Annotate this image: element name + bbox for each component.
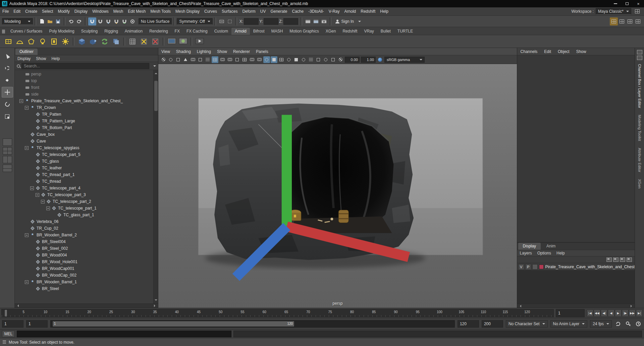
paint-select-tool-button[interactable]	[2, 75, 13, 85]
command-input-field[interactable]	[17, 331, 231, 337]
workspace-selector[interactable]: Maya Classic*	[596, 8, 631, 15]
outliner-item[interactable]: * BR_WoodCap001	[15, 265, 153, 272]
scroll-left-icon[interactable]	[16, 304, 19, 307]
layer-horizontal-scrollbar[interactable]	[517, 304, 635, 308]
grid-icon[interactable]	[212, 56, 218, 63]
shelf-tab[interactable]: Animation	[121, 28, 146, 35]
save-scene-icon[interactable]	[54, 17, 62, 25]
arnold-render-sequence-icon[interactable]	[194, 36, 205, 47]
menu-item[interactable]: Deform	[240, 7, 258, 15]
arnold-mesh-light-icon[interactable]	[26, 36, 37, 47]
outliner-item[interactable]: * Vertebra_06	[15, 218, 153, 225]
layer-color-swatch[interactable]	[539, 265, 544, 269]
menu-item[interactable]: Edit	[11, 7, 23, 15]
outliner-search-input[interactable]	[21, 63, 149, 69]
outliner-item[interactable]: * top	[15, 77, 153, 84]
playback-end-field[interactable]: 120	[458, 320, 479, 328]
outliner-menu-item[interactable]: Help	[49, 56, 62, 61]
viewport-menu-item[interactable]: Lighting	[194, 49, 214, 54]
time-slider-ticks[interactable]: 5101520253035404550556065707580859095100…	[1, 309, 554, 317]
command-language-button[interactable]: MEL	[2, 331, 15, 337]
shelf-tab[interactable]: FX Caching	[183, 28, 211, 35]
snap-to-points-icon[interactable]	[104, 17, 112, 25]
viewport-menu-item[interactable]: View	[158, 49, 173, 54]
outliner-item[interactable]: * TR_Pattern_Large	[15, 118, 153, 124]
scrollbar-thumb[interactable]	[154, 81, 158, 111]
view-transform-selector[interactable]: sRGB gamma	[384, 57, 425, 63]
create-empty-layer-icon[interactable]	[620, 257, 625, 262]
arnold-flush-texture-cache-icon[interactable]	[127, 36, 138, 47]
expand-collapse-icon[interactable]	[25, 106, 29, 110]
outliner-item[interactable]: * TC_leather	[15, 165, 153, 171]
shelf-tab[interactable]: Motion Graphics	[286, 28, 322, 35]
outliner-item[interactable]: * BR_Wooden_Barrel_1	[15, 279, 153, 285]
arnold-flush-skydome-cache-icon[interactable]	[139, 36, 149, 47]
wireframe-icon[interactable]	[263, 56, 270, 63]
new-scene-icon[interactable]	[38, 17, 46, 25]
close-button[interactable]: ×	[633, 0, 644, 7]
animation-start-field[interactable]: 1	[2, 320, 23, 328]
expand-collapse-icon[interactable]	[46, 207, 50, 210]
playback-button[interactable]: ◀◀	[594, 309, 600, 317]
shelf-tab[interactable]: XGen	[322, 28, 339, 35]
xray-icon[interactable]	[337, 56, 344, 63]
playback-start-field[interactable]: 1	[26, 320, 48, 328]
rotate-tool-button[interactable]	[2, 99, 13, 110]
ipr-render-icon[interactable]	[312, 17, 320, 25]
open-scene-icon[interactable]	[46, 17, 54, 25]
depth-of-field-icon[interactable]	[322, 56, 329, 63]
auto-keyframe-icon[interactable]	[625, 320, 632, 328]
make-live-icon[interactable]	[128, 17, 137, 25]
menu-item[interactable]: Generate	[268, 7, 289, 15]
viewport-menu-item[interactable]: Show	[214, 49, 230, 54]
arnold-area-light-icon[interactable]	[3, 36, 14, 47]
scroll-right-icon[interactable]	[631, 305, 633, 307]
select-camera-icon[interactable]	[160, 56, 167, 63]
resolution-gate-icon[interactable]	[226, 56, 233, 63]
layer-playback-toggle[interactable]: P	[525, 264, 531, 270]
layout-four-pane-button[interactable]	[3, 147, 12, 155]
outliner-item[interactable]: * TC_glass	[15, 158, 153, 165]
expand-collapse-icon[interactable]	[36, 193, 39, 197]
outliner-item[interactable]: * TR_Bottom_Part	[15, 124, 153, 131]
current-frame-field[interactable]: 1	[556, 309, 585, 317]
move-layer-down-icon[interactable]	[613, 257, 619, 262]
snap-to-curves-icon[interactable]	[96, 17, 104, 25]
toggle-modeling-toolkit-icon[interactable]	[610, 17, 618, 25]
menu-item[interactable]: File	[0, 7, 11, 15]
show-hide-panels-icon[interactable]	[637, 50, 642, 54]
scroll-down-icon[interactable]	[155, 299, 157, 302]
fps-selector[interactable]: 24 fps	[590, 320, 612, 328]
outliner-item[interactable]: * TC_telescope_spyglass	[15, 145, 153, 151]
outliner-item[interactable]: * front	[15, 84, 153, 91]
arnold-update-tx-icon[interactable]	[99, 36, 110, 47]
arnold-tx-manager-icon[interactable]	[111, 36, 121, 47]
shelf-tab[interactable]: Sculpting	[78, 28, 101, 35]
shelf-tab[interactable]: Poly Modeling	[46, 28, 77, 35]
toggle-tool-settings-icon[interactable]	[626, 17, 634, 25]
film-gate-icon[interactable]	[219, 56, 226, 63]
outliner-item[interactable]: * TC_thread_part_1	[15, 171, 153, 178]
outliner-vertical-scrollbar[interactable]	[153, 70, 158, 303]
range-slider-track[interactable]: 1 120	[50, 320, 455, 328]
expand-collapse-icon[interactable]	[25, 233, 29, 237]
safe-action-icon[interactable]	[249, 56, 255, 63]
toggle-channel-box-icon[interactable]	[634, 17, 642, 25]
redo-icon[interactable]	[75, 17, 83, 25]
shelf-tab[interactable]: Rendering	[146, 28, 171, 35]
gamma-field[interactable]: 1.00	[361, 57, 376, 63]
scroll-up-icon[interactable]	[155, 71, 157, 74]
layout-two-pane-side-button[interactable]	[3, 156, 12, 163]
expand-collapse-icon[interactable]	[19, 99, 23, 103]
z-coordinate-field[interactable]	[283, 18, 298, 25]
shelf-tab[interactable]: Rigging	[101, 28, 121, 35]
viewport-canvas[interactable]: persp	[158, 64, 517, 308]
menu-item[interactable]: Redshift	[358, 7, 378, 15]
camera-attributes-icon[interactable]	[175, 56, 181, 63]
screen-space-ao-icon[interactable]	[300, 56, 307, 63]
toggle-attribute-editor-icon[interactable]	[618, 17, 626, 25]
character-set-selector[interactable]: No Character Set	[506, 320, 548, 328]
sign-in-button[interactable]: Sign In	[333, 19, 363, 24]
layer-editor-menu-item[interactable]: Layers	[517, 251, 535, 255]
scroll-left-icon[interactable]	[519, 305, 521, 307]
